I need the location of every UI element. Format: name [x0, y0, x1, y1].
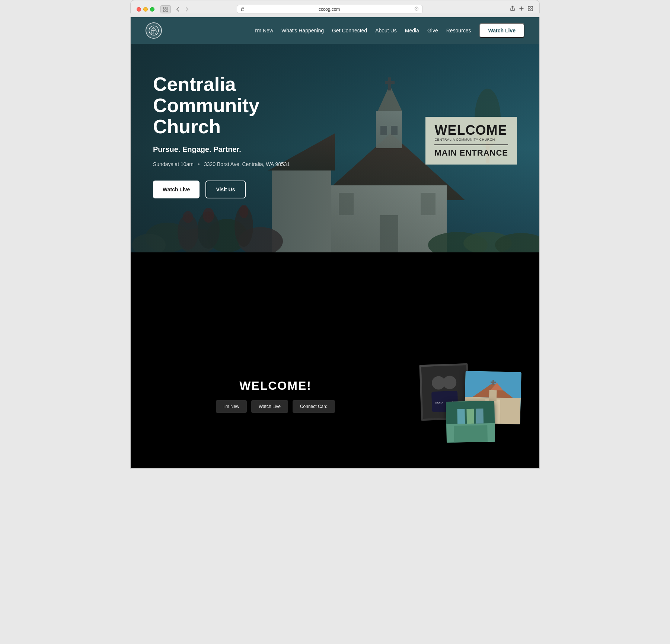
svg-rect-8	[531, 9, 533, 11]
svg-rect-2	[163, 10, 165, 12]
svg-rect-59	[466, 409, 474, 424]
navbar-watch-live-button[interactable]: Watch Live	[479, 23, 524, 38]
svg-rect-60	[476, 408, 484, 423]
nav-item-give[interactable]: Give	[427, 28, 438, 34]
address-bar[interactable]: cccog.com	[237, 5, 423, 13]
new-tab-button[interactable]	[519, 6, 524, 13]
welcome-sign-main: MAIN ENTRANCE	[434, 148, 508, 158]
share-button[interactable]	[510, 6, 516, 13]
hero-address-time: Sundays at 10am	[153, 161, 194, 167]
svg-rect-4	[241, 9, 244, 11]
logo	[146, 22, 162, 39]
welcome-sign-sub: CENTRALIA COMMUNITY CHURCH	[434, 138, 508, 141]
hero-content: Centralia Community Church Pursue. Engag…	[131, 44, 317, 221]
browser-controls	[160, 5, 192, 13]
hero-address: Sundays at 10am 3320 Borst Ave. Centrali…	[153, 161, 294, 167]
close-traffic-light[interactable]	[137, 7, 141, 12]
nav-item-media[interactable]: Media	[405, 28, 419, 34]
hero-tagline: Pursue. Engage. Partner.	[153, 145, 294, 154]
svg-rect-3	[166, 10, 168, 12]
welcome-watch-live-button[interactable]: Watch Live	[251, 400, 288, 413]
tab-grid-button[interactable]	[160, 5, 171, 13]
tab-overview-button[interactable]	[527, 6, 533, 13]
browser-chrome: cccog.com	[130, 0, 540, 13]
nav-item-whats-happening[interactable]: What's Happening	[281, 28, 324, 34]
hero-watch-live-button[interactable]: Watch Live	[153, 181, 200, 198]
browser-actions	[510, 6, 533, 13]
nav-item-about-us[interactable]: About Us	[375, 28, 397, 34]
svg-rect-0	[163, 7, 165, 9]
refresh-icon[interactable]	[414, 6, 419, 12]
fullscreen-traffic-light[interactable]	[150, 7, 154, 12]
welcome-sign-title: WELCOME	[434, 124, 508, 137]
welcome-text-area: WELCOME! I'm New Watch Live Connect Card	[146, 364, 405, 413]
nav-item-get-connected[interactable]: Get Connected	[332, 28, 367, 34]
svg-rect-7	[528, 9, 530, 11]
hero-buttons: Watch Live Visit Us	[153, 181, 294, 198]
website-container: I'm New What's Happening Get Connected A…	[130, 17, 540, 469]
im-new-button[interactable]: I'm New	[216, 400, 247, 413]
welcome-section: WELCOME! I'm New Watch Live Connect Card	[131, 364, 539, 468]
black-section	[131, 252, 539, 364]
svg-rect-58	[457, 409, 465, 424]
logo-container[interactable]	[146, 22, 162, 39]
hero-visit-us-button[interactable]: Visit Us	[205, 181, 245, 198]
navbar: I'm New What's Happening Get Connected A…	[131, 17, 539, 44]
traffic-lights	[137, 7, 154, 12]
hero-address-location: 3320 Borst Ave. Centralia, WA 98531	[204, 161, 290, 167]
nav-item-im-new[interactable]: I'm New	[255, 28, 273, 34]
url-text: cccog.com	[248, 7, 411, 12]
hero-section: WELCOME CENTRALIA COMMUNITY CHURCH MAIN …	[131, 44, 539, 252]
photo-stained-image	[446, 401, 495, 443]
forward-button[interactable]	[183, 5, 192, 13]
svg-rect-5	[528, 6, 530, 8]
nav-item-resources[interactable]: Resources	[446, 28, 471, 34]
photo-stained-glass	[446, 401, 495, 443]
back-button[interactable]	[173, 5, 182, 13]
welcome-sign: WELCOME CENTRALIA COMMUNITY CHURCH MAIN …	[425, 117, 517, 165]
hero-title: Centralia Community Church	[153, 74, 294, 138]
nav-links-container: I'm New What's Happening Get Connected A…	[255, 23, 524, 38]
svg-rect-54	[491, 382, 496, 383]
svg-rect-1	[166, 7, 168, 9]
minimize-traffic-light[interactable]	[143, 7, 148, 12]
hero-address-separator	[198, 163, 200, 165]
welcome-heading: WELCOME!	[146, 379, 405, 393]
connect-card-button[interactable]: Connect Card	[293, 400, 335, 413]
svg-rect-6	[531, 6, 533, 8]
lock-icon	[241, 7, 245, 12]
browser-titlebar: cccog.com	[137, 5, 533, 13]
welcome-actions: I'm New Watch Live Connect Card	[146, 400, 405, 413]
svg-text:CHURCH: CHURCH	[435, 401, 443, 404]
svg-rect-57	[454, 425, 488, 443]
svg-rect-51	[489, 390, 497, 402]
welcome-sign-divider	[434, 144, 508, 145]
photo-collage: CHURCH CHURCH	[420, 364, 524, 453]
